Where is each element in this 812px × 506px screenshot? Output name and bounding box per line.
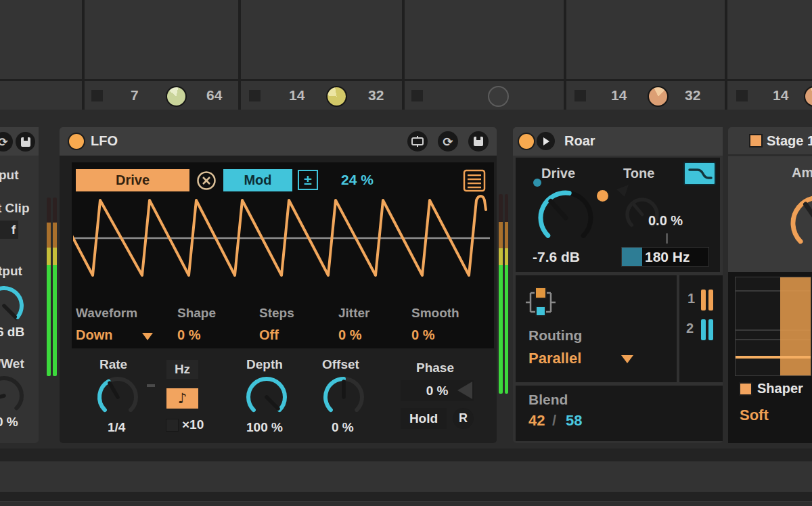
smooth-value[interactable]: 0 % [411, 327, 434, 343]
routing-dropdown-icon[interactable] [621, 355, 633, 363]
amount-knob[interactable] [788, 192, 812, 254]
clip-stop-button[interactable] [736, 90, 748, 101]
roar-play-icon[interactable] [537, 132, 555, 150]
steps-label: Steps [259, 306, 294, 321]
waveform-label: Waveform [76, 306, 137, 321]
blend-value-b[interactable]: 58 [566, 412, 582, 430]
waveform-dropdown-icon[interactable] [142, 333, 153, 340]
clip-stop-button[interactable] [249, 90, 261, 101]
output-knob[interactable] [0, 284, 26, 327]
clip-count: 14 [289, 87, 304, 104]
sync-icon[interactable]: ⟳ [438, 131, 458, 152]
lfo-titlebar[interactable] [60, 127, 497, 156]
rate-knob[interactable] [95, 374, 141, 420]
rate-sync-note-button[interactable]: ♪ [166, 388, 198, 409]
stage-tab-divider [728, 154, 812, 156]
output-label: tput [0, 264, 22, 279]
roar-drive-value[interactable]: -7.6 dB [533, 249, 580, 265]
remove-target-icon[interactable] [196, 170, 217, 191]
steps-value[interactable]: Off [259, 327, 279, 343]
stage-tab-label[interactable]: Stage 1 [767, 133, 812, 149]
map-icon[interactable] [407, 131, 428, 152]
clip-count: 64 [206, 87, 222, 104]
clip-stop-button[interactable] [91, 90, 103, 101]
save-preset-icon[interactable] [468, 131, 489, 152]
depth-value[interactable]: 100 % [246, 420, 283, 435]
bipolar-toggle[interactable]: ± [298, 170, 318, 190]
roar-drive-knob[interactable] [535, 187, 597, 249]
filter-type-button[interactable] [683, 162, 716, 185]
jitter-value[interactable]: 0 % [338, 327, 361, 343]
shaper-swatch[interactable] [739, 382, 752, 396]
lfo-waveform-display[interactable] [73, 195, 493, 303]
retrigger-button[interactable]: R [453, 408, 474, 429]
shape-value[interactable]: 0 % [177, 327, 200, 343]
multimap-list-icon[interactable] [463, 169, 486, 192]
phase-value: 0 % [426, 384, 449, 398]
stage-tab-swatch[interactable] [749, 134, 763, 147]
stage-panel: Stage 1 Amount Shaper Soft [728, 127, 812, 443]
play-triangle-icon [542, 137, 550, 146]
stage1-bars-icon[interactable] [701, 290, 706, 310]
roar-tone-value[interactable]: 0.0 % [648, 213, 683, 229]
tone-freq-slider[interactable]: 180 Hz [621, 247, 709, 267]
jitter-label: Jitter [338, 306, 369, 321]
roar-drive-label: Drive [541, 166, 575, 181]
clip-progress-pie[interactable] [166, 86, 187, 107]
lfo-mod-button[interactable]: Mod [223, 169, 292, 191]
phase-hold-button[interactable]: Hold [401, 408, 447, 429]
routing-label: Routing [528, 327, 582, 344]
x10-checkbox[interactable] [166, 419, 179, 432]
lfo-device-title: LFO [91, 133, 118, 149]
lfo-target-button[interactable]: Drive [76, 169, 189, 191]
clip-progress-pie[interactable] [648, 86, 669, 107]
phase-label: Phase [416, 361, 454, 375]
track-divider [725, 0, 727, 110]
soft-clip-off-button[interactable]: f [0, 221, 18, 239]
save-preset-icon[interactable] [16, 132, 35, 152]
dry-wet-value[interactable]: 0 % [0, 415, 18, 430]
bottom-statusbar [0, 501, 812, 506]
waveform-select[interactable]: Down [76, 327, 112, 343]
drive-lfo-mod-dot [597, 190, 608, 202]
roar-power-toggle[interactable] [518, 133, 535, 150]
sawtooth-wave [73, 196, 486, 275]
clip-stop-button[interactable] [574, 90, 586, 101]
tone-freq-value: 180 Hz [645, 249, 690, 265]
track-divider [238, 0, 241, 110]
bottom-band-dark2 [0, 492, 812, 501]
rate-value[interactable]: 1/4 [108, 420, 125, 435]
rate-label: Rate [99, 357, 127, 372]
blend-value-a[interactable]: 42 [528, 412, 545, 430]
clip-count: 7 [131, 87, 139, 104]
stage1-bars-icon[interactable] [708, 290, 713, 310]
floppy-icon [20, 137, 31, 147]
shaper-display[interactable] [735, 277, 811, 376]
shape-type-value[interactable]: Soft [740, 407, 769, 424]
track-divider [82, 0, 85, 110]
offset-knob[interactable] [321, 374, 367, 420]
phase-slider[interactable]: 0 % [401, 380, 474, 401]
stage2-number[interactable]: 2 [686, 321, 694, 336]
lfo-power-toggle[interactable] [68, 133, 85, 150]
shaper-level-line [736, 356, 811, 359]
blend-separator: / [552, 412, 556, 430]
smooth-label: Smooth [411, 306, 459, 321]
bottom-band-light [0, 461, 812, 492]
offset-value[interactable]: 0 % [332, 420, 354, 435]
stage2-bars-icon[interactable] [708, 319, 713, 340]
clip-progress-pie[interactable] [326, 86, 347, 107]
clip-stop-button[interactable] [411, 90, 423, 101]
routing-select[interactable]: Parallel [528, 350, 581, 367]
depth-knob[interactable] [244, 374, 290, 420]
rate-hz-button[interactable]: Hz [166, 360, 198, 379]
dry-wet-knob[interactable] [0, 374, 26, 417]
session-row-divider [0, 79, 812, 81]
stage1-number[interactable]: 1 [687, 291, 695, 306]
stage2-bars-icon[interactable] [701, 319, 706, 340]
bottom-band-dark [0, 448, 812, 461]
mod-amount-value[interactable]: 24 % [341, 172, 374, 188]
clip-progress-pie-empty[interactable] [488, 86, 509, 107]
rate-link-dash [147, 384, 155, 387]
output-value[interactable]: 6 dB [0, 325, 24, 340]
